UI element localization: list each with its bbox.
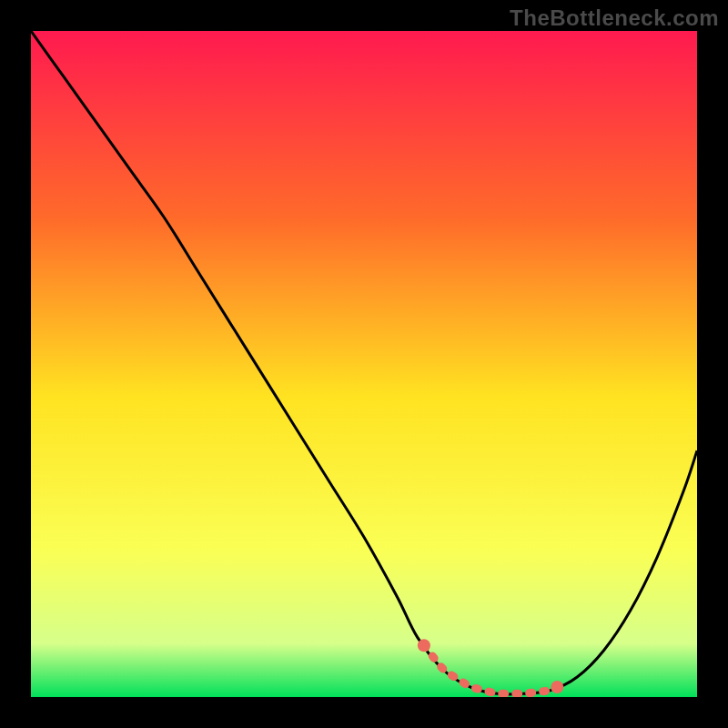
plot-area [31,31,697,697]
svg-point-0 [418,639,430,652]
chart-frame: TheBottleneck.com [0,0,728,728]
chart-svg [31,31,697,697]
svg-point-1 [551,681,563,693]
gradient-background [31,31,697,697]
watermark-text: TheBottleneck.com [510,5,719,31]
